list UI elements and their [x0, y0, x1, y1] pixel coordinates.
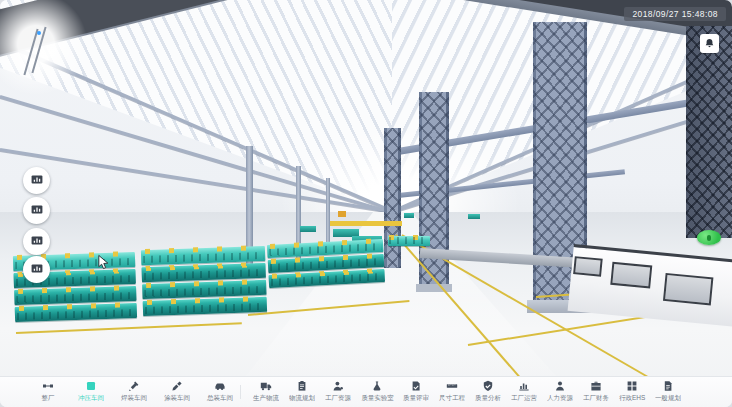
wall-window: [573, 256, 603, 277]
bell-icon: [704, 35, 715, 53]
tab-assembly-workshop[interactable]: 总装车间: [206, 380, 234, 403]
flask-icon: [371, 380, 383, 392]
module-label: 尺寸工程: [439, 393, 465, 402]
die-slab: [388, 236, 430, 246]
status-marker-green[interactable]: [697, 230, 721, 245]
module-label: 物流规划: [289, 393, 315, 402]
module-label: 生产物流: [253, 393, 279, 402]
die-stack-cluster[interactable]: [267, 239, 385, 288]
tab-whole-factory[interactable]: 整厂: [34, 380, 62, 403]
toolbar-divider: [240, 385, 241, 399]
dashboard-icon: [30, 261, 44, 279]
digital-twin-app-window: 2018/09/27 15:48:08 整厂 冲压车间 焊装车间: [0, 0, 732, 407]
lattice-column-far: [384, 128, 401, 268]
tab-welding-workshop[interactable]: 焊装车间: [120, 380, 148, 403]
tab-label: 涂装车间: [164, 393, 190, 402]
person-gear-icon: [332, 380, 344, 392]
tab-label: 冲压车间: [78, 393, 104, 402]
module-label: 工厂资源: [325, 393, 351, 402]
dashboard-panel-button-2[interactable]: [23, 197, 50, 224]
distant-machine: [404, 213, 414, 218]
ceiling-light-glow: [0, 0, 88, 96]
module-production-logistics[interactable]: 生产物流: [252, 380, 280, 403]
module-label: 质量评审: [404, 393, 430, 402]
module-factory-operations[interactable]: 工厂运营: [510, 380, 538, 403]
module-quality-review[interactable]: 质量评审: [402, 380, 430, 403]
person-icon: [554, 380, 566, 392]
mouse-cursor: [96, 254, 111, 270]
dashboard-panel-button-1[interactable]: [23, 167, 50, 194]
module-factory-resources[interactable]: 工厂资源: [324, 380, 352, 403]
yellow-hoist: [338, 211, 346, 217]
ruler-icon: [446, 380, 458, 392]
distant-machine: [468, 214, 480, 219]
conveyor-machine: [300, 226, 316, 232]
stamping-icon: [85, 380, 97, 392]
module-label: 一般规划: [655, 393, 681, 402]
dashboard-panel-button-3[interactable]: [23, 228, 50, 255]
lattice-column-right-edge: [686, 26, 732, 238]
main-3d-viewport[interactable]: [0, 0, 732, 377]
yellow-crane-beam: [330, 221, 402, 226]
chart-icon: [518, 380, 530, 392]
car-icon: [214, 380, 226, 392]
module-logistics-planning[interactable]: 物流规划: [288, 380, 316, 403]
dashboard-panel-button-4[interactable]: [23, 256, 50, 283]
doc-check-icon: [410, 380, 422, 392]
factory-icon: [42, 380, 54, 392]
workshop-tabs: 整厂 冲压车间 焊装车间 涂装车间 总装车间: [34, 380, 234, 403]
die-stack-cluster[interactable]: [388, 236, 430, 246]
module-label: 行政EHS: [619, 393, 645, 402]
tab-label: 焊装车间: [121, 393, 147, 402]
painting-icon: [171, 380, 183, 392]
tab-label: 总装车间: [207, 393, 233, 402]
clock-badge: 2018/09/27 15:48:08: [624, 7, 726, 21]
document-icon: [662, 380, 674, 392]
bottom-toolbar: 整厂 冲压车间 焊装车间 涂装车间 总装车间 生产物流: [0, 376, 732, 407]
module-quality-lab[interactable]: 质量实验室: [360, 380, 395, 403]
tab-painting-workshop[interactable]: 涂装车间: [163, 380, 191, 403]
clipboard-icon: [296, 380, 308, 392]
briefcase-icon: [590, 380, 602, 392]
module-quality-analysis[interactable]: 质量分析: [474, 380, 502, 403]
module-label: 工厂财务: [583, 393, 609, 402]
dashboard-icon: [30, 172, 44, 190]
module-label: 质量实验室: [361, 393, 393, 402]
grid-icon: [626, 380, 638, 392]
dashboard-icon: [30, 233, 44, 251]
wall-window: [663, 273, 713, 305]
tab-label: 整厂: [42, 393, 55, 402]
die-stack-cluster[interactable]: [141, 246, 267, 316]
module-factory-finance[interactable]: 工厂财务: [582, 380, 610, 403]
truck-icon: [260, 380, 272, 392]
welding-icon: [128, 380, 140, 392]
tab-stamping-workshop[interactable]: 冲压车间: [77, 380, 105, 403]
module-label: 工厂运营: [511, 393, 537, 402]
module-admin-ehs[interactable]: 行政EHS: [618, 380, 646, 403]
wall-window: [610, 262, 652, 289]
module-general-planning[interactable]: 一般规划: [654, 380, 682, 403]
module-human-resources[interactable]: 人力资源: [546, 380, 574, 403]
notifications-button[interactable]: [700, 34, 719, 53]
module-dimension-engineering[interactable]: 尺寸工程: [438, 380, 466, 403]
shield-icon: [482, 380, 494, 392]
dashboard-icon: [30, 202, 44, 220]
module-label: 质量分析: [475, 393, 501, 402]
cable-hook-light: [37, 31, 41, 35]
module-label: 人力资源: [547, 393, 573, 402]
module-menu: 生产物流 物流规划 工厂资源 质量实验室 质量评审 尺寸工程: [252, 380, 682, 403]
